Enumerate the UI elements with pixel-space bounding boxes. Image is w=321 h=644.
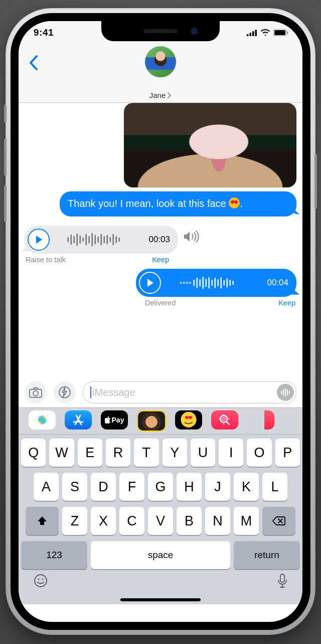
chevron-right-icon	[167, 92, 172, 98]
svg-rect-5	[274, 30, 285, 35]
wifi-icon	[260, 29, 270, 36]
audio-duration: 00:04	[267, 278, 288, 288]
key-a[interactable]: A	[34, 473, 59, 501]
keyboard-row-4: 123 space return	[21, 541, 300, 569]
conversation-scroll[interactable]: Thank you! I mean, look at this face . 0…	[19, 103, 302, 376]
keep-button[interactable]: Keep	[278, 299, 295, 307]
svg-rect-2	[252, 31, 254, 36]
key-i[interactable]: I	[219, 439, 243, 467]
photos-app[interactable]	[29, 410, 56, 430]
memoji-app[interactable]	[137, 410, 166, 432]
imessage-app-strip[interactable]: Pay	[19, 407, 302, 435]
back-button[interactable]	[24, 50, 43, 77]
key-q[interactable]: Q	[21, 439, 46, 467]
app-store-app[interactable]	[65, 410, 92, 430]
key-o[interactable]: O	[247, 439, 271, 467]
svg-point-59	[42, 579, 44, 580]
key-u[interactable]: U	[191, 439, 215, 467]
animoji-app[interactable]	[175, 410, 202, 430]
key-k[interactable]: K	[234, 473, 259, 501]
key-t[interactable]: T	[134, 439, 158, 467]
key-j[interactable]: J	[205, 473, 230, 501]
key-c[interactable]: C	[119, 507, 144, 535]
keyboard-row-3: Z X C V B N M	[21, 507, 300, 535]
key-l[interactable]: L	[262, 473, 287, 501]
sent-text-message[interactable]: Thank you! I mean, look at this face .	[60, 191, 296, 217]
message-input[interactable]: iMessage	[83, 381, 296, 403]
message-composer: iMessage	[19, 376, 302, 407]
key-n[interactable]: N	[205, 507, 230, 535]
audio-duration: 00:03	[148, 235, 170, 245]
key-shift[interactable]	[26, 507, 59, 535]
battery-icon	[273, 29, 288, 36]
key-p[interactable]: P	[275, 439, 300, 467]
key-d[interactable]: D	[91, 473, 116, 501]
key-e[interactable]: E	[78, 439, 102, 467]
svg-point-25	[181, 282, 182, 283]
keyboard: Q W E R T Y U I O P A S D	[19, 435, 302, 604]
notch	[101, 21, 220, 41]
conversation-header: Jane	[19, 44, 302, 103]
music-app[interactable]	[247, 410, 260, 430]
key-g[interactable]: G	[148, 473, 173, 501]
keep-button[interactable]: Keep	[152, 256, 169, 264]
svg-point-58	[38, 579, 40, 580]
svg-point-57	[35, 575, 47, 587]
key-r[interactable]: R	[106, 439, 130, 467]
key-h[interactable]: H	[177, 473, 202, 501]
keyboard-row-1: Q W E R T Y U I O P	[21, 439, 300, 467]
sent-photo-message[interactable]	[124, 103, 296, 187]
camera-button[interactable]	[25, 381, 47, 403]
key-z[interactable]: Z	[62, 507, 87, 535]
key-x[interactable]: X	[91, 507, 116, 535]
cellular-icon	[247, 30, 257, 36]
svg-rect-0	[247, 34, 249, 36]
svg-rect-3	[255, 30, 257, 36]
phone-screen: 9:41 Jane	[19, 21, 302, 622]
heart-eyes-emoji	[229, 197, 240, 208]
key-v[interactable]: V	[148, 507, 173, 535]
emoji-key[interactable]	[33, 573, 48, 591]
play-button[interactable]	[28, 229, 50, 251]
key-s[interactable]: S	[62, 473, 87, 501]
status-time: 9:41	[34, 27, 54, 38]
image-search-app[interactable]	[211, 410, 238, 430]
key-space[interactable]: space	[91, 541, 230, 569]
speaker-icon[interactable]	[183, 230, 200, 243]
key-m[interactable]: M	[234, 507, 259, 535]
message-text: Thank you! I mean, look at this face	[68, 198, 229, 209]
key-f[interactable]: F	[119, 473, 144, 501]
svg-rect-60	[280, 574, 284, 582]
svg-point-27	[187, 282, 188, 283]
svg-rect-1	[250, 33, 252, 36]
home-indicator[interactable]	[120, 598, 201, 601]
key-y[interactable]: Y	[163, 439, 187, 467]
key-return[interactable]: return	[234, 541, 300, 569]
dictation-key[interactable]	[277, 573, 288, 591]
contact-name: Jane	[149, 91, 166, 99]
key-b[interactable]: B	[177, 507, 202, 535]
waveform-icon	[166, 276, 262, 290]
audio-record-button[interactable]	[277, 384, 294, 401]
keyboard-row-2: A S D F G H J K L	[21, 473, 300, 501]
text-cursor	[90, 386, 91, 398]
play-button[interactable]	[139, 272, 161, 294]
svg-point-26	[184, 282, 185, 283]
waveform-icon	[55, 233, 143, 247]
contact-name-button[interactable]: Jane	[149, 91, 172, 99]
key-backspace[interactable]	[262, 507, 295, 535]
apple-pay-app[interactable]: Pay	[101, 410, 128, 430]
key-w[interactable]: W	[49, 439, 74, 467]
raise-to-talk-hint: Raise to talk	[26, 256, 66, 264]
delivered-status: Delivered	[145, 299, 176, 307]
svg-point-44	[33, 391, 38, 396]
svg-point-28	[190, 282, 191, 283]
sent-audio-message[interactable]: 00:04	[136, 269, 296, 297]
svg-rect-6	[287, 32, 288, 34]
app-drawer-button[interactable]	[54, 381, 76, 403]
contact-avatar[interactable]	[145, 46, 176, 77]
received-audio-message[interactable]: 00:03	[25, 226, 178, 254]
svg-point-56	[222, 417, 225, 420]
message-placeholder: iMessage	[92, 387, 277, 398]
key-numbers[interactable]: 123	[21, 541, 87, 569]
